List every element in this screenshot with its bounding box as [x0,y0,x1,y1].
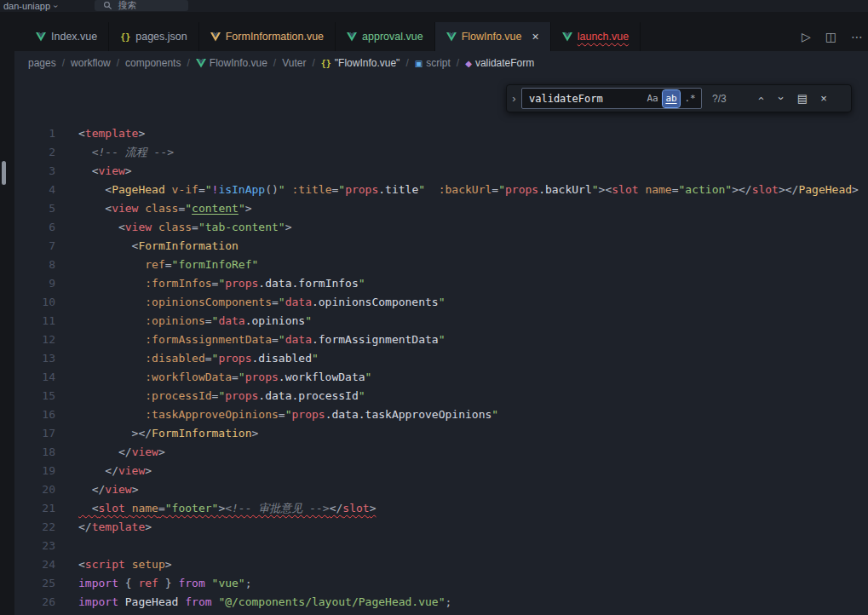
whole-word-toggle[interactable]: ab [663,90,680,107]
tab-launch-vue[interactable]: launch.vue [551,22,641,51]
code-line[interactable]: 16 :taskApproveOpinions="props.data.task… [14,405,868,424]
tab-flowinfo-vue[interactable]: FlowInfo.vue× [435,22,551,51]
line-number[interactable]: 5 [14,199,55,218]
more-actions-button[interactable]: ⋯ [851,30,863,43]
tab-pages-json[interactable]: {}pages.json [109,22,199,51]
code-line[interactable]: 25import { ref } from "vue"; [14,574,868,593]
code-line[interactable]: 14 :workflowData="props.workflowData" [14,368,868,387]
code-line[interactable]: 5 <view class="content"> [14,199,868,218]
breadcrumb-item-workflow[interactable]: workflow [71,57,111,69]
code-line[interactable]: 10 :opinionsComponents="data.opinionsCom… [14,293,868,312]
breadcrumb-item-pages[interactable]: pages [28,57,56,69]
code-line[interactable]: 13 :disabled="props.disabled" [14,349,868,368]
run-button[interactable]: ▷ [802,30,811,43]
line-number[interactable]: 26 [14,593,55,612]
code-line[interactable]: 17 ></FormInformation> [14,424,868,443]
close-tab-icon[interactable]: × [532,31,539,43]
close-find-button[interactable]: × [814,89,833,108]
editor[interactable]: 1<template>2 <!-- 流程 -->3 <view>4 <PageH… [14,75,868,615]
activity-bar[interactable] [0,12,14,615]
tab-approval-vue[interactable]: approval.vue [336,22,435,51]
code-line[interactable]: 20 </view> [14,480,868,499]
code-line-content: <slot name="footer"><!-- 审批意见 --></slot> [55,499,376,518]
breadcrumb-item-validateform[interactable]: ◆validateForm [465,57,534,69]
tab-index-vue[interactable]: Index.vue [25,22,109,51]
line-number[interactable]: 12 [14,330,55,349]
line-number[interactable]: 16 [14,405,55,424]
breadcrumb-item-components[interactable]: components [125,57,181,69]
find-input[interactable]: validateForm Aa ab .* [521,88,702,109]
code-line[interactable]: 7 <FormInformation [14,237,868,256]
next-match-button[interactable]: › [772,89,790,108]
code-line[interactable]: 6 <view class="tab-content"> [14,218,868,237]
code-line-content: import { ref } from "vue"; [55,574,252,593]
code-line-content: :disabled="props.disabled" [55,349,319,368]
line-number[interactable]: 22 [14,518,55,537]
line-number[interactable]: 11 [14,312,55,330]
line-number[interactable]: 23 [14,537,55,555]
find-in-selection-button[interactable]: ▤ [793,89,812,108]
line-number[interactable]: 8 [14,256,55,274]
code-line[interactable]: 18 </view> [14,443,868,462]
breadcrumb-item-script[interactable]: ▣script [415,57,451,69]
find-input-value[interactable]: validateForm [529,93,642,105]
vue-icon [347,32,357,42]
breadcrumb: pages/workflow/components/FlowInfo.vue/V… [14,51,868,75]
line-number[interactable]: 24 [14,555,55,574]
line-number[interactable]: 15 [14,387,55,405]
code-line[interactable]: 19 </view> [14,462,868,480]
breadcrumb-separator: / [457,57,459,69]
code-line[interactable]: 23 [14,537,868,555]
line-number[interactable]: 4 [14,181,55,199]
line-number[interactable]: 1 [14,124,55,143]
code-line[interactable]: 4 <PageHead v-if="!isInApp()" :title="pr… [14,181,868,199]
code-line[interactable]: 24<script setup> [14,555,868,574]
code-line[interactable]: 8 ref="formInfoRef" [14,256,868,274]
line-number[interactable]: 21 [14,499,55,518]
line-number[interactable]: 7 [14,237,55,256]
code-line[interactable]: 26import PageHead from "@/components/lay… [14,593,868,612]
line-number[interactable]: 3 [14,162,55,181]
code-line[interactable]: 21 <slot name="footer"><!-- 审批意见 --></sl… [14,499,868,518]
line-number[interactable]: 9 [14,274,55,293]
breadcrumb-separator: / [117,57,119,69]
regex-toggle[interactable]: .* [681,90,698,107]
code-line-content: </template> [55,518,152,537]
split-editor-button[interactable]: ◫ [825,30,836,43]
breadcrumb-item-flowinfo-vue[interactable]: FlowInfo.vue [196,57,267,69]
breadcrumb-item--flowinfo-vue-[interactable]: {}"FlowInfo.vue" [321,57,400,69]
tab-forminformation-vue[interactable]: FormInformation.vue [199,22,336,51]
tab-label: Index.vue [51,31,97,43]
breadcrumb-label: components [125,57,181,69]
code-line[interactable]: 9 :formInfos="props.data.formInfos" [14,274,868,293]
code-line[interactable]: 1<template> [14,124,868,143]
code-line[interactable]: 12 :formAssignmentData="data.formAssignm… [14,330,868,349]
line-number[interactable]: 14 [14,368,55,387]
line-number[interactable]: 17 [14,424,55,443]
code-line-content: :opinions="data.opinions" [55,312,312,330]
line-number[interactable]: 6 [14,218,55,237]
code-line[interactable]: 11 :opinions="data.opinions" [14,312,868,330]
previous-match-button[interactable]: › [750,89,769,108]
line-number[interactable]: 20 [14,480,55,499]
workspace-title[interactable]: dan-uniapp › [3,1,57,11]
line-number[interactable]: 19 [14,462,55,480]
line-number[interactable]: 2 [14,143,55,162]
breadcrumb-item-vuter[interactable]: Vuter [282,57,306,69]
line-number[interactable]: 10 [14,293,55,312]
match-case-toggle[interactable]: Aa [644,90,661,107]
code-area[interactable]: 1<template>2 <!-- 流程 -->3 <view>4 <PageH… [14,75,868,612]
toggle-replace-chevron-icon[interactable]: › [507,85,521,112]
search-box[interactable]: 搜索 [95,0,188,11]
line-number[interactable]: 18 [14,443,55,462]
breadcrumb-label: "FlowInfo.vue" [335,57,400,69]
code-line[interactable]: 2 <!-- 流程 --> [14,143,868,162]
line-number[interactable]: 25 [14,574,55,593]
code-line[interactable]: 3 <view> [14,162,868,181]
code-line[interactable]: 22</template> [14,518,868,537]
activity-bar-indicator [2,161,6,185]
code-line-content [55,537,78,555]
code-line-content: <PageHead v-if="!isInApp()" :title="prop… [55,181,859,199]
code-line[interactable]: 15 :processId="props.data.processId" [14,387,868,405]
line-number[interactable]: 13 [14,349,55,368]
